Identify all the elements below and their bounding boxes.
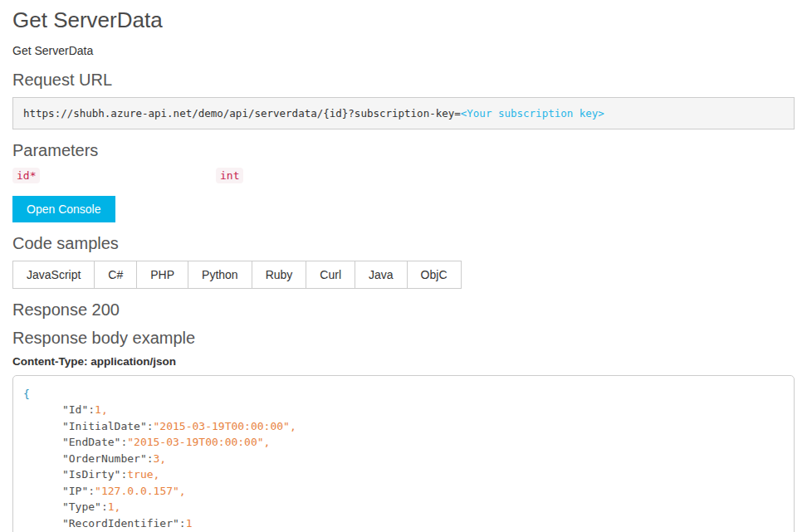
parameter-type: int <box>216 168 243 183</box>
parameter-name-cell: id* <box>12 168 216 183</box>
tab-ruby[interactable]: Ruby <box>252 261 307 288</box>
parameters-heading: Parameters <box>12 140 795 160</box>
content-type-label: Content-Type: application/json <box>12 355 795 368</box>
tab-php[interactable]: PHP <box>137 261 188 288</box>
json-line: "OrderNumber":3, <box>23 451 784 467</box>
json-line: "EndDate":"2015-03-19T00:00:00", <box>23 434 784 451</box>
json-line: { <box>23 386 784 403</box>
json-line: "IsDirty":true, <box>23 466 784 483</box>
json-line: "Type":1, <box>23 499 784 515</box>
operation-description: Get ServerData <box>12 44 795 57</box>
parameter-type-cell: int <box>216 168 243 183</box>
parameter-name: id* <box>12 168 40 183</box>
tab-java[interactable]: Java <box>355 261 408 288</box>
tab-curl[interactable]: Curl <box>306 261 355 288</box>
subscription-key-placeholder: <Your subscription key> <box>461 107 604 120</box>
response-status-heading: Response 200 <box>12 300 795 320</box>
response-body-json: { "Id":1, "InitialDate":"2015-03-19T00:0… <box>12 375 795 532</box>
tab-c[interactable]: C# <box>95 261 137 288</box>
parameter-row: id* int <box>12 168 795 183</box>
tab-javascript[interactable]: JavaScript <box>13 261 95 288</box>
tab-objc[interactable]: ObjC <box>408 261 461 288</box>
request-url-text: https://shubh.azure-api.net/demo/api/ser… <box>23 107 461 120</box>
tab-python[interactable]: Python <box>188 261 252 288</box>
request-url-heading: Request URL <box>12 70 795 90</box>
request-url-box: https://shubh.azure-api.net/demo/api/ser… <box>12 97 795 129</box>
response-body-heading: Response body example <box>12 328 795 348</box>
page-title: Get ServerData <box>12 8 795 33</box>
api-operation-page: Get ServerData Get ServerData Request UR… <box>12 8 795 532</box>
json-line: "Id":1, <box>23 402 784 418</box>
code-samples-heading: Code samples <box>12 233 795 253</box>
open-console-button[interactable]: Open Console <box>12 196 115 222</box>
json-line: "RecordIdentifier":1 <box>23 515 784 532</box>
code-sample-tabs: JavaScriptC#PHPPythonRubyCurlJavaObjC <box>12 261 462 289</box>
json-line: "InitialDate":"2015-03-19T00:00:00", <box>23 418 784 435</box>
json-line: "IP":"127.0.0.157", <box>23 483 784 500</box>
